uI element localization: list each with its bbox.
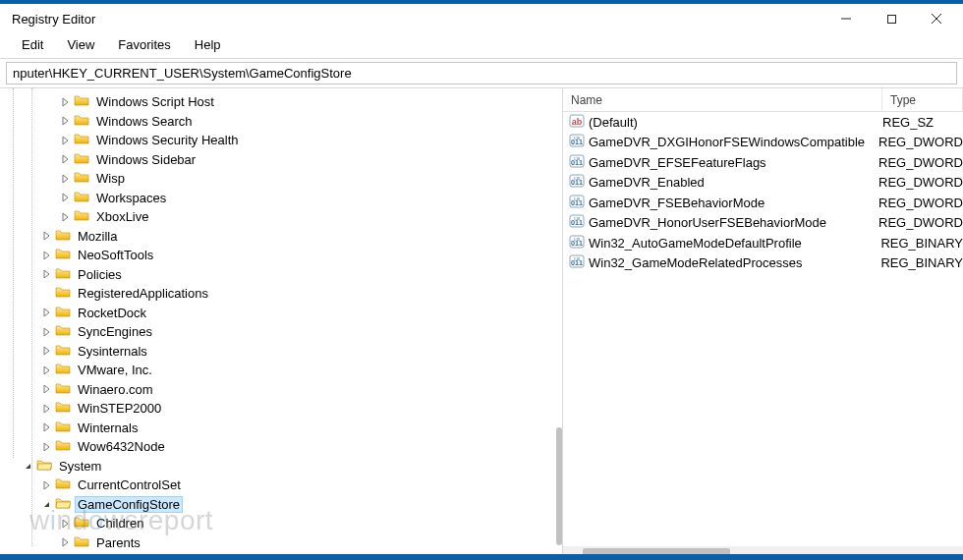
tree-item[interactable]: NeoSoftTools xyxy=(0,246,562,265)
value-type: REG_DWORD xyxy=(878,215,963,230)
menu-help[interactable]: Help xyxy=(185,35,231,54)
column-header-name[interactable]: Name xyxy=(563,88,882,111)
tree-item[interactable]: Windows Security Health xyxy=(0,131,562,150)
chevron-right-icon[interactable] xyxy=(39,248,55,263)
tree-item-label: Sysinternals xyxy=(75,343,150,360)
tree-item[interactable]: Children xyxy=(0,514,562,533)
list-row[interactable]: 011110Win32_GameModeRelatedProcessesREG_… xyxy=(563,253,963,274)
chevron-right-icon[interactable] xyxy=(39,381,55,397)
folder-icon xyxy=(74,132,93,148)
chevron-right-icon[interactable] xyxy=(58,209,74,225)
tree-item[interactable]: System xyxy=(0,457,562,476)
tree-item-label: Windows Script Host xyxy=(93,93,217,110)
chevron-right-icon[interactable] xyxy=(58,133,74,148)
maximize-button[interactable] xyxy=(869,4,914,33)
menu-view[interactable]: View xyxy=(57,35,104,54)
chevron-right-icon[interactable] xyxy=(39,439,55,455)
tree-item[interactable]: Policies xyxy=(0,265,562,285)
tree-item-label: Windows Search xyxy=(93,113,196,130)
tree-item[interactable]: CurrentControlSet xyxy=(0,476,562,495)
tree-item[interactable]: Windows Script Host xyxy=(0,92,562,112)
chevron-right-icon[interactable] xyxy=(39,266,55,282)
folder-icon xyxy=(74,151,93,168)
tree-item[interactable]: GameConfigStore xyxy=(0,495,562,515)
folder-icon xyxy=(74,534,93,551)
list-row[interactable]: 011110Win32_AutoGameModeDefaultProfileRE… xyxy=(563,233,963,253)
list-row[interactable]: 011110GameDVR_HonorUserFSEBehaviorModeRE… xyxy=(563,213,963,234)
tree-item[interactable]: VMware, Inc. xyxy=(0,361,562,380)
address-input[interactable] xyxy=(6,62,957,84)
list-row[interactable]: ab(Default)REG_SZ xyxy=(563,112,963,133)
binary-value-icon: 011110 xyxy=(563,253,585,272)
chevron-right-icon[interactable] xyxy=(39,343,55,359)
folder-icon xyxy=(55,400,75,417)
titlebar: Registry Editor xyxy=(0,4,963,33)
folder-icon xyxy=(55,305,75,321)
tree-item[interactable]: Windows Sidebar xyxy=(0,150,562,170)
tree-item[interactable]: Mozilla xyxy=(0,227,562,247)
chevron-right-icon[interactable] xyxy=(58,190,74,205)
list-row[interactable]: 011110GameDVR_EFSEFeatureFlagsREG_DWORD xyxy=(563,152,963,173)
minimize-button[interactable] xyxy=(823,4,869,33)
tree-item-label: RegisteredApplications xyxy=(75,285,211,302)
tree-item[interactable]: Wisp xyxy=(0,169,562,189)
chevron-right-icon[interactable] xyxy=(58,113,74,129)
tree-item[interactable]: Sysinternals xyxy=(0,342,562,362)
tree-item[interactable]: WinSTEP2000 xyxy=(0,399,562,419)
tree-item[interactable]: Parents xyxy=(0,533,562,553)
binary-value-icon: 011110 xyxy=(563,173,585,192)
tree-item-label: Parents xyxy=(93,534,143,551)
binary-value-icon: 011110 xyxy=(563,213,585,232)
menu-favorites[interactable]: Favorites xyxy=(108,35,180,54)
column-header-type[interactable]: Type xyxy=(882,88,963,111)
tree-item[interactable]: Wow6432Node xyxy=(0,437,562,457)
binary-value-icon: 011110 xyxy=(563,194,585,212)
value-name: GameDVR_DXGIHonorFSEWindowsCompatible xyxy=(585,135,878,149)
chevron-right-icon[interactable] xyxy=(58,94,74,110)
chevron-right-icon[interactable] xyxy=(39,401,55,417)
list-row[interactable]: 011110GameDVR_EnabledREG_DWORD xyxy=(563,173,963,194)
tree-item[interactable]: Windows Search xyxy=(0,112,562,132)
tree-item[interactable]: Winaero.com xyxy=(0,380,562,400)
folder-icon xyxy=(74,190,93,206)
svg-text:110: 110 xyxy=(574,216,581,221)
close-button[interactable] xyxy=(914,4,959,33)
chevron-right-icon[interactable] xyxy=(58,171,74,187)
tree-item[interactable]: SyncEngines xyxy=(0,322,562,342)
tree-item-label: RocketDock xyxy=(75,305,149,321)
list-h-scrollbar-thumb[interactable] xyxy=(583,548,730,558)
tree-item-label: NeoSoftTools xyxy=(75,247,156,263)
chevron-right-icon[interactable] xyxy=(39,305,55,320)
tree-scrollbar-thumb[interactable] xyxy=(556,427,562,545)
menu-edit[interactable]: Edit xyxy=(12,35,53,54)
tree-item[interactable]: RegisteredApplications xyxy=(0,284,562,304)
value-name: Win32_AutoGameModeDefaultProfile xyxy=(585,236,880,251)
value-name: GameDVR_EFSEFeatureFlags xyxy=(585,155,878,170)
chevron-right-icon[interactable] xyxy=(39,324,55,340)
chevron-right-icon[interactable] xyxy=(58,151,74,167)
folder-icon xyxy=(55,266,75,283)
binary-value-icon: 011110 xyxy=(563,234,585,252)
chevron-down-icon[interactable] xyxy=(21,458,36,474)
list-h-scrollbar[interactable] xyxy=(563,546,963,560)
chevron-right-icon[interactable] xyxy=(39,363,55,378)
folder-icon xyxy=(55,247,75,263)
tree-item[interactable]: Workspaces xyxy=(0,189,562,208)
tree-item[interactable]: RocketDock xyxy=(0,304,562,323)
chevron-right-icon[interactable] xyxy=(39,477,55,493)
tree-item[interactable]: Winternals xyxy=(0,419,562,438)
chevron-down-icon[interactable] xyxy=(39,496,55,512)
chevron-right-icon[interactable] xyxy=(58,534,74,550)
list-pane[interactable]: Name Type ab(Default)REG_SZ011110GameDVR… xyxy=(563,88,963,560)
chevron-right-icon[interactable] xyxy=(58,516,74,532)
list-row[interactable]: 011110GameDVR_DXGIHonorFSEWindowsCompati… xyxy=(563,133,963,153)
value-type: REG_BINARY xyxy=(880,236,963,251)
window-title: Registry Editor xyxy=(12,12,95,27)
tree-pane[interactable]: Windows Script HostWindows SearchWindows… xyxy=(0,88,563,560)
tree-item-label: CurrentControlSet xyxy=(75,476,184,493)
chevron-right-icon[interactable] xyxy=(39,420,55,435)
tree-item[interactable]: XboxLive xyxy=(0,207,562,227)
tree-item-label: Windows Security Health xyxy=(93,132,242,148)
list-row[interactable]: 011110GameDVR_FSEBehaviorModeREG_DWORD xyxy=(563,193,963,213)
chevron-right-icon[interactable] xyxy=(39,228,55,244)
